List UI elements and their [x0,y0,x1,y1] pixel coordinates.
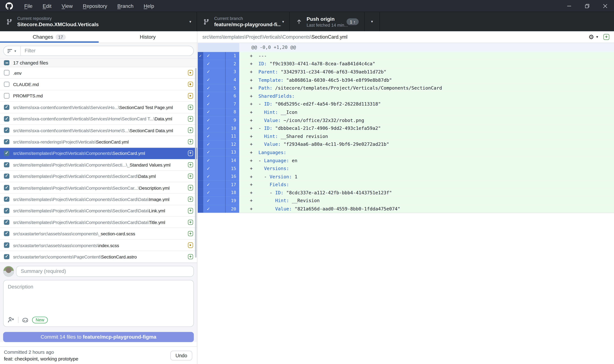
line-include-checkbox[interactable]: ✓ [203,173,225,181]
hunk-select-gutter[interactable] [198,108,203,116]
hunk-select-gutter[interactable] [198,140,203,148]
file-row[interactable]: src\items\templates\Project\Verticals\Co… [0,194,197,205]
file-checkbox[interactable] [4,231,9,236]
file-checkbox[interactable] [4,162,9,167]
menu-repository[interactable]: Repository [78,0,112,12]
current-branch-button[interactable]: Current branch feature/mcp-playground-fi… [197,12,290,31]
menu-help[interactable]: Help [139,0,159,12]
line-include-checkbox[interactable]: ✓ [203,156,225,164]
file-row[interactable]: src\items\templates\Project\Verticals\Co… [0,217,197,228]
hunk-select-gutter[interactable] [198,189,203,197]
file-checkbox[interactable] [4,70,9,75]
menu-branch[interactable]: Branch [112,0,139,12]
file-checkbox[interactable] [4,139,9,144]
line-include-checkbox[interactable]: ✓ [203,68,225,76]
hunk-select-gutter[interactable] [198,197,203,205]
filter-input[interactable] [21,48,194,53]
file-row[interactable]: src\items\templates\Project\Verticals\Co… [0,205,197,217]
file-row[interactable]: .env [0,67,197,79]
file-checkbox[interactable] [4,116,9,121]
hunk-select-gutter[interactable] [198,124,203,132]
line-include-checkbox[interactable]: ✓ [203,76,225,84]
line-include-checkbox[interactable]: ✓ [203,197,225,205]
line-include-checkbox[interactable]: ✓ [203,116,225,124]
hunk-select-gutter[interactable] [198,181,203,189]
line-include-checkbox[interactable]: ✓ [203,108,225,116]
file-row[interactable]: src\sxastarter\src\assets\sass\component… [0,240,197,251]
file-checkbox[interactable] [4,196,9,202]
line-include-checkbox[interactable]: ✓ [203,140,225,148]
line-include-checkbox[interactable]: ✓ [203,205,225,213]
file-row[interactable]: src\items\sxa-content\content\Verticals\… [0,125,197,136]
line-include-checkbox[interactable]: ✓ [203,124,225,132]
line-include-checkbox[interactable]: ✓ [203,84,225,92]
close-button[interactable] [596,0,614,12]
file-checkbox[interactable] [4,243,9,248]
line-include-checkbox[interactable]: ✓ [203,100,225,108]
menu-edit[interactable]: Edit [38,0,56,12]
hunk-select-gutter[interactable] [198,68,203,76]
hunk-select-gutter[interactable] [198,156,203,164]
file-checkbox[interactable] [4,174,9,179]
hunk-select-gutter[interactable] [198,205,203,213]
file-row[interactable]: src\sxastarter\src\assets\sass\component… [0,228,197,240]
file-checkbox[interactable] [4,220,9,225]
hunk-select-gutter[interactable] [198,60,203,68]
hunk-select-gutter[interactable] [198,100,203,108]
line-include-checkbox[interactable]: ✓ [203,132,225,140]
hunk-select-gutter[interactable] [198,116,203,124]
push-origin-button[interactable]: Push origin Last fetched 14 min... 1↑ [290,12,364,31]
file-row[interactable]: src\sxastarter\src\components\PageConten… [0,251,197,263]
line-include-checkbox[interactable]: ✓ [203,148,225,156]
file-row[interactable]: src\items\templates\Project\Verticals\Co… [0,182,197,194]
commit-summary-input[interactable] [16,266,194,277]
file-checkbox[interactable] [4,82,9,87]
file-row[interactable]: src\items\sxa-content\content\Verticals\… [0,113,197,125]
file-checkbox[interactable] [4,93,9,98]
file-row[interactable]: src\items\templates\Project\Verticals\Co… [0,171,197,182]
hunk-select-gutter[interactable] [198,132,203,140]
file-row[interactable]: src\items\templates\Project\Verticals\Co… [0,159,197,171]
commit-button[interactable]: Commit 14 files to feature/mcp-playgroun… [3,332,194,342]
filter-options-button[interactable]: ▼ [3,46,21,56]
line-include-checkbox[interactable]: ✓ [203,92,225,100]
push-options-dropdown[interactable]: ▼ [364,12,380,31]
select-all-checkbox[interactable] [4,60,9,65]
file-checkbox[interactable] [4,128,9,133]
file-row[interactable]: src\items\sxa-renderings\Project\Vertica… [0,136,197,148]
file-row[interactable]: src\items\templates\Project\Verticals\Co… [0,148,197,159]
hunk-select-gutter[interactable] [198,165,203,173]
line-include-checkbox[interactable]: ✓ [203,181,225,189]
undo-button[interactable]: Undo [170,351,192,361]
file-row[interactable]: CLAUDE.md [0,79,197,90]
line-include-checkbox[interactable]: ✓ [203,52,225,60]
tab-changes[interactable]: Changes 17 [0,31,98,43]
diff-options-button[interactable]: ⚙ ▼ [588,34,599,40]
line-include-checkbox[interactable]: ✓ [203,165,225,173]
file-checkbox[interactable] [4,185,9,190]
menu-file[interactable]: File [19,0,38,12]
file-row[interactable]: PROMPTS.md [0,90,197,102]
file-checkbox[interactable] [4,208,9,213]
menu-view[interactable]: View [56,0,78,12]
line-include-checkbox[interactable]: ✓ [203,189,225,197]
restore-button[interactable] [578,0,596,12]
hunk-select-gutter[interactable] [198,84,203,92]
file-checkbox[interactable] [4,254,9,259]
add-coauthor-icon[interactable] [8,317,14,323]
copilot-icon[interactable] [22,317,29,323]
line-include-checkbox[interactable]: ✓ [203,60,225,68]
commit-description-input[interactable] [3,280,194,315]
hunk-select-gutter[interactable] [198,76,203,84]
file-checkbox[interactable] [4,104,9,110]
hunk-select-gutter[interactable] [198,173,203,181]
file-row[interactable]: src\items\sxa-content\content\Verticals\… [0,102,197,113]
hunk-select-gutter[interactable] [198,92,203,100]
file-checkbox[interactable] [4,151,9,156]
current-repository-button[interactable]: Current repository Sitecore.Demo.XMCloud… [0,12,197,31]
tab-history[interactable]: History [98,31,197,43]
hunk-select-gutter[interactable]: ✓ [198,52,203,60]
file-list-scrollbar[interactable] [195,68,196,258]
minimize-button[interactable] [560,0,578,12]
hunk-select-gutter[interactable] [198,148,203,156]
